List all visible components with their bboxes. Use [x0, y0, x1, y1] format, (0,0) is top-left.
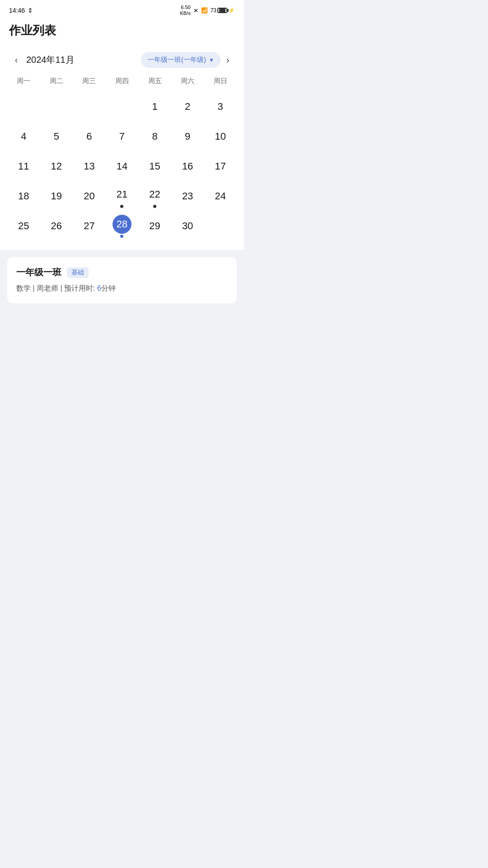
day-cell[interactable]: 18 [7, 181, 40, 211]
day-cell [7, 92, 40, 122]
day-number: 30 [178, 217, 197, 236]
wifi-icon: 📶 [201, 7, 208, 14]
day-number: 13 [80, 157, 99, 176]
status-left: 14:46 ⇕ [9, 7, 33, 14]
day-number: 28 [113, 215, 131, 234]
status-bar: 14:46 ⇕ 6.50KB/s ✕ 📶 73 ⚡ [0, 0, 244, 19]
day-number: 29 [145, 217, 164, 236]
weekday-label: 周一 [7, 74, 40, 90]
day-number: 16 [178, 157, 197, 176]
weekday-label: 周四 [106, 74, 139, 90]
day-number: 1 [145, 97, 164, 116]
day-cell[interactable]: 3 [204, 92, 237, 122]
weekday-label: 周二 [40, 74, 73, 90]
day-number: 20 [80, 187, 99, 206]
day-cell[interactable]: 27 [73, 211, 106, 241]
day-number: 27 [80, 217, 99, 236]
card-detail-text: 数学 | 周老师 | 预计用时: [16, 284, 97, 292]
day-number: 14 [113, 157, 131, 176]
day-number: 3 [211, 97, 230, 116]
day-number: 10 [211, 127, 230, 146]
page-title: 作业列表 [9, 23, 235, 38]
calendar-grid: 1234567891011121314151617181920212223242… [7, 92, 237, 241]
weekday-label: 周六 [171, 74, 204, 90]
weekday-label: 周三 [73, 74, 106, 90]
card-header: 一年级一班 基础 [16, 266, 228, 278]
day-cell[interactable]: 10 [204, 122, 237, 151]
usb-icon: ⇕ [28, 7, 33, 14]
day-cell[interactable]: 26 [40, 211, 73, 241]
assignment-card[interactable]: 一年级一班 基础 数学 | 周老师 | 预计用时: 6分钟 [7, 257, 237, 303]
day-cell[interactable]: 4 [7, 122, 40, 151]
level-badge: 基础 [67, 267, 89, 278]
day-cell[interactable]: 9 [171, 122, 204, 151]
day-cell[interactable]: 21 [106, 181, 139, 211]
day-cell[interactable]: 29 [138, 211, 171, 241]
day-cell[interactable]: 22 [138, 181, 171, 211]
day-number: 23 [178, 187, 197, 206]
class-selector-label: 一年级一班(一年级) [147, 56, 206, 64]
day-number: 17 [211, 157, 230, 176]
day-cell[interactable]: 28 [106, 211, 139, 241]
day-number: 15 [145, 157, 164, 176]
day-cell[interactable]: 19 [40, 181, 73, 211]
day-cell [40, 92, 73, 122]
day-cell[interactable]: 13 [73, 151, 106, 181]
day-number: 4 [14, 127, 33, 146]
day-cell[interactable]: 7 [106, 122, 139, 151]
battery-display: 73 ⚡ [211, 7, 235, 14]
day-number: 25 [14, 217, 33, 236]
weekday-label: 周五 [138, 74, 171, 90]
day-cell[interactable]: 15 [138, 151, 171, 181]
day-cell[interactable]: 11 [7, 151, 40, 181]
assignment-section: 一年级一班 基础 数学 | 周老师 | 预计用时: 6分钟 [0, 250, 244, 311]
day-number: 8 [145, 127, 164, 146]
day-cell[interactable]: 16 [171, 151, 204, 181]
day-cell[interactable]: 6 [73, 122, 106, 151]
class-selector[interactable]: 一年级一班(一年级) ▼ [141, 52, 221, 68]
day-cell[interactable]: 2 [171, 92, 204, 122]
day-cell[interactable]: 24 [204, 181, 237, 211]
day-cell[interactable]: 8 [138, 122, 171, 151]
weekday-label: 周日 [204, 74, 237, 90]
chevron-down-icon: ▼ [209, 57, 214, 63]
day-number: 22 [145, 185, 164, 204]
event-dot [120, 235, 123, 238]
weekday-header: 周一周二周三周四周五周六周日 [7, 74, 237, 90]
day-number: 19 [47, 187, 66, 206]
day-number: 6 [80, 127, 99, 146]
day-cell[interactable]: 12 [40, 151, 73, 181]
event-dot [120, 205, 123, 208]
day-cell [106, 92, 139, 122]
day-cell[interactable]: 1 [138, 92, 171, 122]
card-detail: 数学 | 周老师 | 预计用时: 6分钟 [16, 284, 228, 293]
day-cell[interactable]: 5 [40, 122, 73, 151]
battery-percent: 73 [211, 7, 216, 14]
day-number: 18 [14, 187, 33, 206]
status-time: 14:46 [9, 7, 25, 14]
day-number: 24 [211, 187, 230, 206]
next-month-button[interactable]: › [221, 53, 235, 67]
day-cell[interactable]: 14 [106, 151, 139, 181]
day-number: 7 [113, 127, 131, 146]
charge-icon: ⚡ [228, 7, 235, 14]
day-cell[interactable]: 25 [7, 211, 40, 241]
day-cell[interactable]: 20 [73, 181, 106, 211]
x-icon: ✕ [193, 7, 198, 14]
day-cell[interactable]: 17 [204, 151, 237, 181]
day-cell[interactable]: 30 [171, 211, 204, 241]
prev-month-button[interactable]: ‹ [9, 53, 23, 67]
battery-icon [217, 8, 227, 13]
status-right: 6.50KB/s ✕ 📶 73 ⚡ [180, 5, 235, 16]
day-cell[interactable]: 23 [171, 181, 204, 211]
day-cell [204, 211, 237, 241]
app-header: 作业列表 [0, 19, 244, 46]
day-number: 12 [47, 157, 66, 176]
month-nav: ‹ 2024年11月 一年级一班(一年级) ▼ › [7, 46, 237, 74]
day-number: 9 [178, 127, 197, 146]
network-speed: 6.50KB/s [180, 5, 190, 16]
month-title: 2024年11月 [23, 54, 141, 66]
day-number: 5 [47, 127, 66, 146]
day-number: 2 [178, 97, 197, 116]
calendar-section: ‹ 2024年11月 一年级一班(一年级) ▼ › 周一周二周三周四周五周六周日… [0, 46, 244, 250]
